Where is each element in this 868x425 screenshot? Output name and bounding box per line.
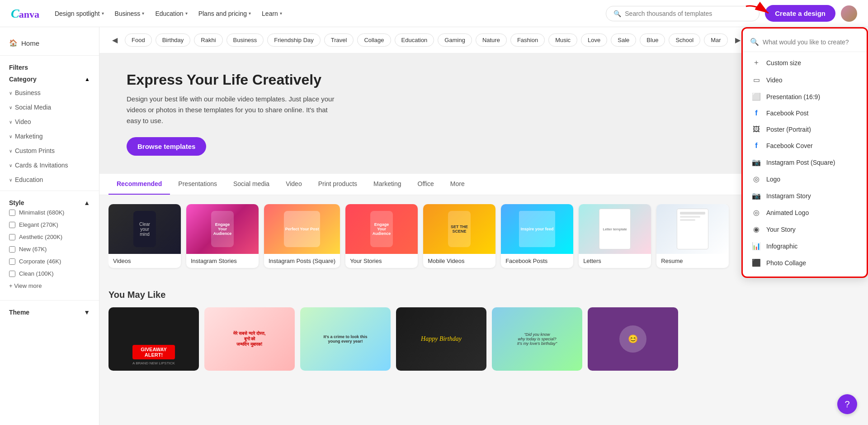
pill-sale[interactable]: Sale [611,33,636,47]
dropdown-item-instagram-story[interactable]: 📷 Instagram Story [743,187,867,204]
yml-card-birthday[interactable]: Happy Birthday [396,307,486,371]
style-new[interactable]: New (67K) [9,243,90,255]
dropdown-item-infographic[interactable]: 📊 Infographic [743,238,867,254]
pill-collage[interactable]: Collage [357,33,391,47]
style-corporate[interactable]: Corporate (46K) [9,255,90,267]
yml-card-giveaway[interactable]: GIVEAWAYALERT! A BRAND NEW LIPSTICK [108,307,199,371]
tab-recommended[interactable]: Recommended [108,174,170,195]
pill-nature[interactable]: Nature [476,33,507,47]
infographic-icon: 📊 [752,242,761,250]
tab-social-media[interactable]: Social media [225,174,278,195]
dropdown-item-logo[interactable]: ◎ Logo [743,171,867,187]
sidebar-item-social-media[interactable]: ∨ Social Media [0,100,99,115]
search-bar[interactable]: 🔍 [606,6,760,21]
style-section-header: Style ▲ [9,199,90,206]
template-card-mobile-videos[interactable]: SET THE SCENE Mobile Videos [423,204,495,268]
dropdown-item-poster[interactable]: 🖼 Poster (Portrait) [743,121,867,138]
aesthetic-checkbox[interactable] [9,234,15,240]
chevron-down-icon: ▾ [102,11,104,16]
pill-business[interactable]: Business [226,33,264,47]
yml-card-hindi[interactable]: मेरे सबसे प्यारे दोस्त,बूनो कोजन्मदिन मु… [204,307,295,371]
new-checkbox[interactable] [9,246,15,253]
tab-print-products[interactable]: Print products [310,174,365,195]
tab-presentations[interactable]: Presentations [170,174,225,195]
pill-education[interactable]: Education [395,33,434,47]
style-clean[interactable]: Clean (100K) [9,267,90,280]
view-more-button[interactable]: + View more [9,280,90,292]
tab-marketing[interactable]: Marketing [365,174,409,195]
pill-birthday[interactable]: Birthday [156,33,191,47]
help-button[interactable]: ? [837,394,857,414]
nav-learn[interactable]: Learn ▾ [257,6,287,21]
chevron-right-icon: ∨ [9,148,12,153]
dropdown-item-facebook-cover[interactable]: f Facebook Cover [743,138,867,154]
yml-card-love[interactable]: "Did you knowwhy today is special?It's m… [492,307,582,371]
pill-school[interactable]: School [669,33,700,47]
dropdown-item-instagram-post[interactable]: 📷 Instagram Post (Square) [743,154,867,171]
sidebar-item-education[interactable]: ∨ Education [0,172,99,187]
style-elegant[interactable]: Elegant (270K) [9,219,90,231]
pill-gaming[interactable]: Gaming [438,33,472,47]
nav-design-spotlight[interactable]: Design spotlight ▾ [50,6,108,21]
dropdown-item-animated-logo[interactable]: ◎ Animated Logo [743,204,867,221]
template-card-fb-posts[interactable]: Inspire your feed Facebook Posts [501,204,573,268]
pill-friendship-day[interactable]: Friendship Day [267,33,320,47]
dropdown-item-facebook-post[interactable]: f Facebook Post [743,105,867,121]
template-card-videos[interactable]: Clear your mind Videos [108,204,181,268]
tab-office[interactable]: Office [410,174,442,195]
template-label-letters: Letters [579,254,651,268]
pill-blue[interactable]: Blue [640,33,665,47]
template-thumb-your-stories: Engage Your Audience [345,204,418,254]
corporate-checkbox[interactable] [9,258,15,265]
dropdown-search-bar[interactable]: 🔍 [743,34,867,52]
dropdown-item-presentation[interactable]: ⬜ Presentation (16:9) [743,88,867,105]
browse-templates-button[interactable]: Browse templates [127,137,206,156]
pill-music[interactable]: Music [548,33,577,47]
sidebar-home[interactable]: 🏠 Home [0,34,99,52]
sidebar-item-marketing[interactable]: ∨ Marketing [0,129,99,143]
dropdown-item-video[interactable]: ▭ Video [743,72,867,88]
dropdown-item-your-story[interactable]: ◉ Your Story [743,221,867,238]
pill-food[interactable]: Food [125,33,152,47]
tab-video[interactable]: Video [278,174,310,195]
sidebar-item-cards-invitations[interactable]: ∨ Cards & Invitations [0,158,99,172]
template-card-letters[interactable]: Letter template Letters [579,204,651,268]
plus-icon: ＋ [752,58,761,67]
dropdown-search-input[interactable] [763,38,859,46]
pill-travel[interactable]: Travel [324,33,354,47]
user-avatar[interactable] [841,5,857,22]
canva-logo[interactable]: Canva [11,6,39,21]
template-card-ig-posts[interactable]: Perfect Your Post Instagram Posts (Squar… [264,204,340,268]
sidebar-item-custom-prints[interactable]: ∨ Custom Prints [0,143,99,158]
sidebar-item-business[interactable]: ∨ Business [0,86,99,100]
pills-prev-button[interactable]: ◀ [108,34,121,46]
pill-fashion[interactable]: Fashion [510,33,545,47]
template-card-resume[interactable]: Resume [656,204,729,268]
yml-card-purple[interactable]: 😊 [588,307,678,371]
sidebar-item-video[interactable]: ∨ Video [0,115,99,129]
animated-logo-icon: ◎ [752,208,761,217]
search-icon: 🔍 [613,10,621,17]
nav-education[interactable]: Education ▾ [151,6,192,21]
tab-more[interactable]: More [442,174,473,195]
style-aesthetic[interactable]: Aesthetic (200K) [9,231,90,243]
create-design-button[interactable]: Create a design [765,5,835,22]
sidebar: 🏠 Home Filters Category ▲ ∨ Business ∨ S… [0,27,99,425]
pill-mar[interactable]: Mar [704,33,727,47]
nav-plans-pricing[interactable]: Plans and pricing ▾ [194,6,255,21]
template-card-your-stories[interactable]: Engage Your Audience Your Stories [345,204,418,268]
sidebar-divider [0,55,99,56]
dropdown-item-photo-collage[interactable]: ⬛ Photo Collage [743,254,867,271]
clean-checkbox[interactable] [9,271,15,277]
pill-rakhi[interactable]: Rakhi [194,33,222,47]
yml-card-crime[interactable]: It's a crime to look thisyoung every yea… [300,307,391,371]
search-input[interactable] [625,10,752,17]
elegant-checkbox[interactable] [9,222,15,228]
dropdown-item-custom-size[interactable]: ＋ Custom size [743,54,867,72]
pill-love[interactable]: Love [581,33,607,47]
minimalist-checkbox[interactable] [9,210,15,216]
template-card-ig-stories[interactable]: Engage Your Audience Instagram Stories [186,204,259,268]
style-minimalist[interactable]: Minimalist (680K) [9,206,90,219]
nav-business[interactable]: Business ▾ [110,6,149,21]
sidebar-divider3 [0,300,99,301]
